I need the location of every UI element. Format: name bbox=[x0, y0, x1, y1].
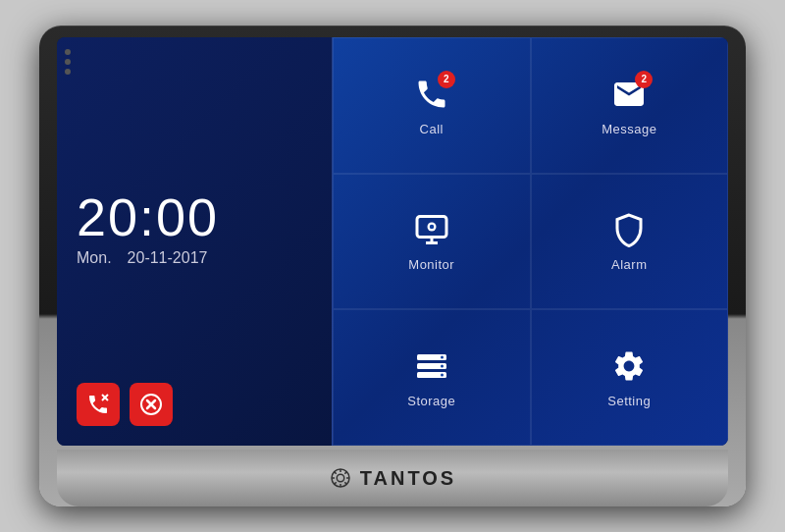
message-label: Message bbox=[602, 122, 656, 136]
svg-point-9 bbox=[430, 225, 435, 230]
time-display: 20:00 Mon. 20-11-2017 bbox=[77, 55, 312, 373]
clock-time: 20:00 bbox=[77, 190, 219, 243]
bottom-buttons bbox=[77, 373, 312, 426]
menu-item-alarm[interactable]: Alarm bbox=[531, 174, 729, 310]
dot-3 bbox=[65, 69, 71, 75]
call-badge: 2 bbox=[438, 71, 455, 88]
menu-grid: 2 Call 2 Message bbox=[332, 37, 728, 446]
alarm-label: Alarm bbox=[611, 257, 647, 272]
storage-label: Storage bbox=[407, 394, 455, 408]
shield-icon bbox=[611, 212, 647, 247]
menu-item-monitor[interactable]: Monitor bbox=[333, 174, 531, 310]
svg-line-23 bbox=[344, 482, 346, 484]
svg-point-14 bbox=[441, 365, 444, 368]
svg-point-15 bbox=[441, 374, 444, 377]
svg-line-22 bbox=[334, 472, 336, 474]
day-label: Mon. bbox=[77, 249, 112, 267]
message-badge: 2 bbox=[635, 71, 653, 88]
device-screen: 20:00 Mon. 20-11-2017 bbox=[57, 37, 728, 446]
tantos-logo-icon bbox=[329, 466, 352, 490]
dot-1 bbox=[65, 49, 71, 55]
brand-logo: TANTOS bbox=[329, 466, 456, 490]
call-label: Call bbox=[420, 122, 444, 136]
cancel-icon bbox=[139, 393, 163, 416]
monitor-icon-wrapper bbox=[412, 210, 451, 249]
gear-icon bbox=[611, 348, 647, 384]
menu-item-message[interactable]: 2 Message bbox=[531, 37, 729, 174]
monitor-label: Monitor bbox=[408, 257, 454, 272]
menu-item-storage[interactable]: Storage bbox=[333, 309, 531, 446]
setting-label: Setting bbox=[607, 394, 651, 408]
svg-point-13 bbox=[441, 356, 444, 359]
brand-name: TANTOS bbox=[360, 467, 456, 490]
svg-line-25 bbox=[334, 482, 336, 484]
cancel-action-button[interactable] bbox=[130, 383, 173, 426]
svg-point-17 bbox=[337, 474, 344, 482]
call-action-button[interactable] bbox=[77, 383, 120, 426]
indicator-dots bbox=[65, 49, 71, 75]
storage-icon-wrapper bbox=[412, 346, 451, 386]
menu-item-setting[interactable]: Setting bbox=[531, 309, 729, 446]
setting-icon-wrapper bbox=[609, 346, 649, 386]
date-label: 20-11-2017 bbox=[128, 249, 208, 267]
svg-line-24 bbox=[344, 472, 346, 474]
monitor-icon bbox=[414, 212, 449, 247]
alarm-icon-wrapper bbox=[609, 210, 649, 249]
device-bottom-bar: TANTOS bbox=[57, 450, 728, 506]
date-row: Mon. 20-11-2017 bbox=[77, 249, 207, 267]
call-icon-wrapper: 2 bbox=[412, 75, 451, 114]
message-icon-wrapper: 2 bbox=[609, 75, 649, 114]
menu-item-call[interactable]: 2 Call bbox=[333, 37, 531, 174]
storage-icon bbox=[414, 348, 449, 384]
phone-missed-icon bbox=[86, 393, 110, 416]
device-frame: 20:00 Mon. 20-11-2017 bbox=[39, 26, 746, 506]
left-panel: 20:00 Mon. 20-11-2017 bbox=[57, 37, 332, 446]
dot-2 bbox=[65, 59, 71, 65]
